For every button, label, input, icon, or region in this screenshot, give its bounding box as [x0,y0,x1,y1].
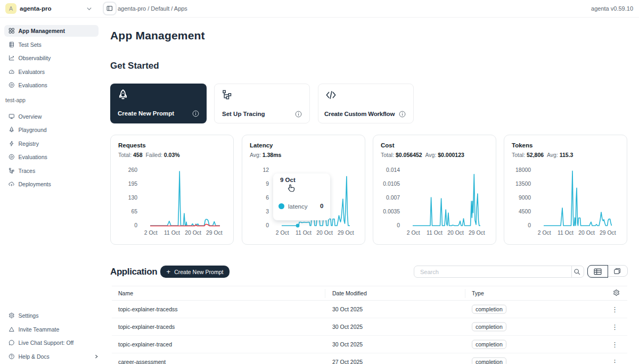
svg-text:13500: 13500 [515,181,531,187]
svg-text:11 Oct: 11 Oct [427,230,443,236]
svg-text:6: 6 [266,195,269,201]
svg-text:260: 260 [128,167,138,173]
svg-text:29 Oct: 29 Oct [469,230,485,236]
svg-text:20 Oct: 20 Oct [316,230,333,236]
svg-text:20 Oct: 20 Oct [447,230,464,236]
svg-text:18000: 18000 [515,167,531,173]
svg-text:2 Oct: 2 Oct [407,230,420,236]
svg-text:0: 0 [397,222,400,228]
svg-text:130: 130 [128,195,138,201]
svg-text:0: 0 [134,222,137,228]
svg-text:0.0105: 0.0105 [383,181,400,187]
svg-text:11 Oct: 11 Oct [296,230,312,236]
svg-text:0: 0 [266,222,269,228]
svg-text:11 Oct: 11 Oct [164,230,180,236]
svg-text:29 Oct: 29 Oct [338,230,354,236]
svg-text:0.007: 0.007 [386,195,400,201]
svg-text:2 Oct: 2 Oct [144,230,158,236]
svg-text:0.0035: 0.0035 [383,209,400,214]
svg-text:195: 195 [128,181,138,187]
svg-text:29 Oct: 29 Oct [600,230,616,236]
svg-text:20 Oct: 20 Oct [185,230,201,236]
svg-text:0: 0 [528,222,531,228]
svg-text:20 Oct: 20 Oct [578,230,595,236]
svg-text:2 Oct: 2 Oct [538,230,551,236]
svg-text:3: 3 [266,209,269,214]
svg-text:12: 12 [263,167,269,173]
svg-text:29 Oct: 29 Oct [206,230,223,236]
svg-text:11 Oct: 11 Oct [558,230,574,236]
svg-text:9000: 9000 [519,195,531,201]
svg-text:65: 65 [131,209,137,214]
svg-text:4500: 4500 [519,209,531,214]
svg-text:2 Oct: 2 Oct [276,230,289,236]
svg-text:9: 9 [266,181,269,187]
svg-text:0.014: 0.014 [386,167,400,173]
